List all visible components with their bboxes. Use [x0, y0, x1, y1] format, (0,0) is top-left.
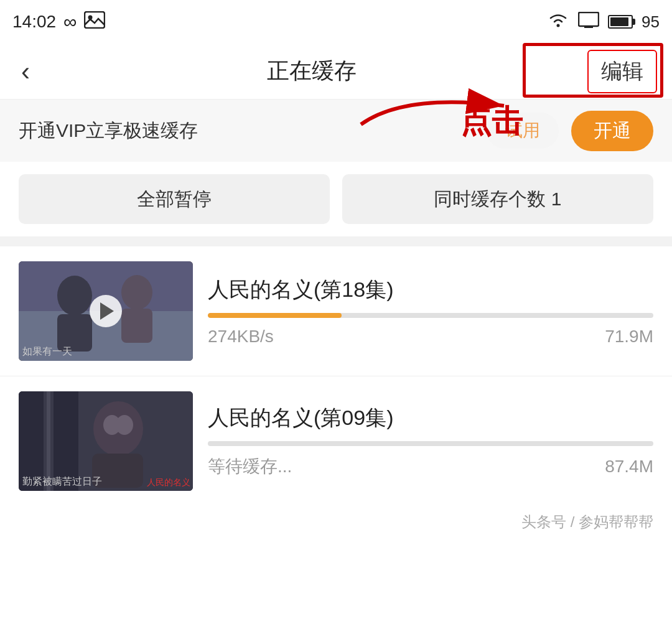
svg-rect-0 — [85, 12, 105, 28]
svg-point-11 — [121, 275, 152, 310]
trial-button[interactable]: 试用 — [487, 113, 559, 149]
status-left: 14:02 ∞ — [12, 11, 105, 33]
vip-text: 开通VIP立享极速缓存 — [19, 118, 198, 144]
cache-count-display: 同时缓存个数 1 — [342, 174, 653, 224]
thumbnail-1: 如果有一天 — [19, 261, 193, 361]
vip-actions: 试用 开通 — [487, 111, 653, 151]
back-button[interactable]: ‹ — [15, 50, 36, 93]
infinity-icon: ∞ — [63, 11, 77, 32]
battery-level: 95 — [642, 12, 660, 32]
watermark-text: 头条号 / 参妈帮帮帮 — [521, 513, 653, 530]
play-icon-1 — [90, 295, 122, 327]
progress-bar-2 — [208, 441, 653, 446]
svg-point-20 — [116, 415, 133, 435]
battery-icon — [608, 15, 633, 29]
video-meta-1: 274KB/s 71.9M — [208, 327, 653, 347]
wifi-icon — [547, 12, 569, 32]
status-bar: 14:02 ∞ — [0, 0, 672, 44]
time-display: 14:02 — [12, 12, 56, 32]
watermark: 头条号 / 参妈帮帮帮 — [0, 506, 672, 538]
video-meta-2: 等待缓存... 87.4M — [208, 455, 653, 478]
svg-point-2 — [557, 24, 560, 27]
status-right: 95 — [547, 12, 660, 32]
svg-rect-12 — [121, 309, 152, 343]
thumb-caption-2: 勤紧被瞒苦过日子 — [22, 475, 102, 488]
edit-button[interactable]: 编辑 — [587, 50, 657, 93]
screen-icon — [578, 12, 599, 32]
thumb-caption-1: 如果有一天 — [22, 345, 72, 358]
progress-fill-1 — [208, 313, 342, 318]
pause-all-button[interactable]: 全部暂停 — [19, 174, 330, 224]
page-title: 正在缓存 — [267, 56, 357, 86]
svg-rect-3 — [579, 12, 599, 26]
vip-banner: 开通VIP立享极速缓存 试用 开通 — [0, 100, 672, 162]
nav-bar: ‹ 正在缓存 编辑 — [0, 44, 672, 100]
video-info-2: 人民的名义(第09集) 等待缓存... 87.4M — [208, 404, 653, 478]
video-title-1: 人民的名义(第18集) — [208, 276, 653, 304]
video-title-2: 人民的名义(第09集) — [208, 404, 653, 432]
thumb-image-2: 勤紧被瞒苦过日子 人民的名义 — [19, 391, 193, 491]
video-status-2: 等待缓存... — [208, 455, 292, 478]
thumb-image-1: 如果有一天 — [19, 261, 193, 361]
control-row: 全部暂停 同时缓存个数 1 — [0, 162, 672, 236]
video-item-1[interactable]: 如果有一天 人民的名义(第18集) 274KB/s 71.9M — [0, 246, 672, 376]
divider-1 — [0, 236, 672, 246]
svg-point-9 — [57, 276, 92, 315]
video-item-2[interactable]: 勤紧被瞒苦过日子 人民的名义 人民的名义(第09集) 等待缓存... 87.4M — [0, 376, 672, 506]
video-info-1: 人民的名义(第18集) 274KB/s 71.9M — [208, 276, 653, 347]
video-size-2: 87.4M — [605, 457, 653, 477]
image-icon — [84, 11, 105, 33]
video-size-1: 71.9M — [605, 327, 653, 347]
progress-bar-1 — [208, 313, 653, 318]
thumbnail-2: 勤紧被瞒苦过日子 人民的名义 — [19, 391, 193, 491]
video-speed-1: 274KB/s — [208, 327, 274, 347]
activate-button[interactable]: 开通 — [571, 111, 653, 151]
